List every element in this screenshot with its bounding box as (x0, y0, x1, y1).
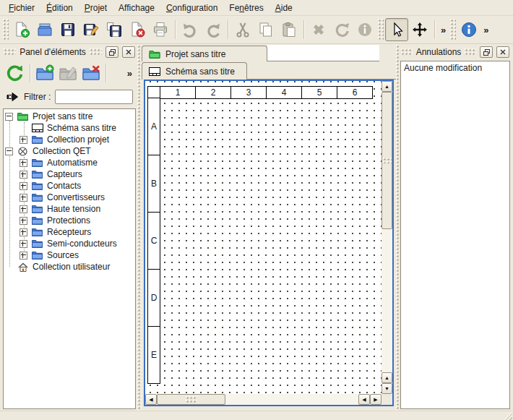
tree-item-sources[interactable]: Sources (4, 249, 135, 261)
filter-label: Filtrer : (24, 92, 51, 102)
save-all-button[interactable] (103, 18, 126, 41)
vertical-scrollbar-track[interactable] (381, 229, 392, 372)
scroll-left-button[interactable]: ◀ (145, 394, 157, 405)
tab-projet-sans-titre[interactable]: Projet sans titre (142, 46, 267, 61)
menu-fenetres[interactable]: Fenêtres (223, 1, 269, 14)
tree-item-collection-qet[interactable]: Collection QET (4, 145, 135, 157)
horizontal-scrollbar-thumb[interactable] (157, 394, 225, 405)
close-file-button[interactable] (126, 18, 149, 41)
tree-item-automatisme[interactable]: Automatisme (4, 157, 135, 168)
toolbar-drag-handle[interactable] (378, 19, 384, 40)
expand-expander-icon[interactable] (20, 171, 27, 179)
scroll-down-button[interactable]: ▼ (381, 383, 392, 394)
menu-fichier[interactable]: Fichier (3, 1, 40, 14)
thumb-grip (383, 158, 392, 163)
horizontal-scrollbar-track[interactable] (225, 394, 358, 405)
diagram-row-label: D (147, 269, 160, 327)
scroll-up-button[interactable]: ▲ (381, 81, 392, 92)
toolbar-drag-handle[interactable] (450, 19, 456, 40)
tree-item-contacts[interactable]: Contacts (4, 180, 135, 192)
vertical-scrollbar[interactable]: ▲ ▲ ▼ (381, 81, 392, 394)
tree-item-label: Semi-conducteurs (47, 239, 117, 249)
tree-item-collection-projet[interactable]: Collection projet (4, 134, 135, 145)
tree-item-label: Capteurs (47, 169, 82, 179)
tree-item-semi-conducteurs[interactable]: Semi-conducteurs (4, 238, 135, 249)
expand-expander-icon[interactable] (20, 252, 27, 260)
filter-row: Filtrer : (1, 87, 137, 107)
diagram-column-label: 6 (337, 86, 373, 99)
tree-item-haute-tension[interactable]: Haute tension (4, 203, 135, 215)
filter-input[interactable] (55, 90, 133, 104)
collapse-expander-icon[interactable] (5, 147, 13, 155)
close-panel-button[interactable] (122, 46, 135, 58)
toolbar-separator (303, 20, 304, 39)
cut-button (231, 18, 254, 41)
clear-filter-icon[interactable] (6, 92, 20, 102)
diagram-canvas[interactable]: 1 2 3 4 5 6 A B C D E (145, 81, 381, 394)
tree-item-schema[interactable]: Schéma sans titre (4, 122, 135, 134)
diagram-row-label: A (147, 98, 160, 155)
scroll-left-button[interactable]: ◀ (358, 394, 370, 405)
tree-item-collection-utilisateur[interactable]: Collection utilisateur (4, 261, 135, 273)
main-toolbar: » » (0, 16, 513, 44)
tree-item-label: Contacts (47, 181, 81, 191)
undo-list-item[interactable]: Aucune modification (401, 61, 509, 74)
menu-configuration[interactable]: Configuration (160, 1, 223, 14)
float-panel-button[interactable] (105, 46, 118, 58)
expand-expander-icon[interactable] (20, 159, 27, 167)
scroll-up-button[interactable]: ▲ (381, 372, 392, 383)
save-as-button[interactable] (79, 18, 103, 41)
tree-item-protections[interactable]: Protections (4, 215, 135, 226)
print-button[interactable] (149, 18, 172, 41)
menu-edition[interactable]: Édition (40, 1, 79, 14)
expand-expander-icon[interactable] (20, 136, 27, 144)
tree-item-capteurs[interactable]: Capteurs (4, 168, 135, 180)
open-document-button[interactable] (33, 18, 56, 41)
tree-item-convertisseurs[interactable]: Convertisseurs (4, 192, 135, 203)
new-category-button[interactable] (33, 61, 56, 85)
tree-item-label: Sources (47, 250, 79, 260)
float-panel-button[interactable] (480, 46, 493, 58)
select-tool-button[interactable] (385, 18, 408, 41)
panel-toolbar-overflow-button[interactable]: » (124, 68, 135, 79)
diagram-column-headers: 1 2 3 4 5 6 (147, 86, 373, 99)
about-qet-button[interactable] (457, 18, 480, 41)
close-panel-button[interactable] (496, 46, 509, 58)
move-cross-icon (411, 21, 428, 38)
save-button[interactable] (56, 18, 79, 41)
tabbar-empty-area (247, 61, 396, 80)
collapse-expander-icon[interactable] (5, 113, 13, 121)
tab-label: Projet sans titre (165, 49, 225, 59)
tree-item-project[interactable]: Projet sans titre (4, 111, 135, 122)
toolbar-drag-handle[interactable] (3, 19, 9, 40)
expand-expander-icon[interactable] (20, 194, 27, 202)
undo-panel-titlebar[interactable]: Annulations (399, 45, 512, 59)
home-icon (17, 262, 29, 272)
resize-grip[interactable] (503, 412, 512, 420)
pan-tool-button[interactable] (408, 18, 431, 41)
menu-aide[interactable]: Aide (270, 1, 298, 14)
delete-category-button[interactable] (79, 61, 103, 85)
expand-expander-icon[interactable] (20, 182, 27, 190)
toolbar-overflow-button[interactable]: » (480, 25, 491, 35)
elements-panel-titlebar[interactable]: Panel d'éléments (1, 45, 137, 59)
horizontal-scrollbar[interactable]: ◀ ◀ ▶ (145, 394, 381, 405)
info-blue-icon (460, 21, 478, 38)
expand-expander-icon[interactable] (20, 240, 27, 248)
properties-button (353, 18, 376, 41)
vertical-scrollbar-thumb[interactable] (381, 92, 392, 229)
tree-item-label: Schéma sans titre (47, 123, 116, 133)
expand-expander-icon[interactable] (20, 205, 27, 213)
save-icon (59, 21, 77, 38)
menu-projet[interactable]: Projet (79, 1, 113, 14)
expand-expander-icon[interactable] (20, 217, 27, 225)
reload-collections-button[interactable] (4, 61, 27, 85)
scroll-right-button[interactable]: ▶ (370, 394, 381, 405)
tree-item-recepteurs[interactable]: Récepteurs (4, 226, 135, 238)
toolbar-overflow-button[interactable]: » (438, 25, 449, 35)
expand-expander-icon[interactable] (20, 228, 27, 236)
new-document-button[interactable] (10, 18, 33, 41)
menu-affichage[interactable]: Affichage (113, 1, 160, 14)
tab-schema-sans-titre[interactable]: Schéma sans titre (142, 62, 247, 80)
blue-folder-icon (31, 239, 43, 249)
